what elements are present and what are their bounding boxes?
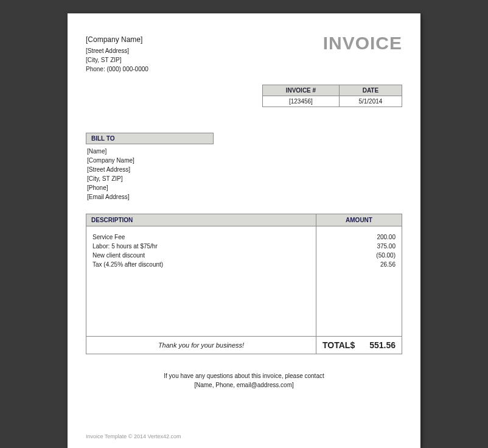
- date-value: 5/1/2014: [339, 96, 402, 107]
- items-table: DESCRIPTION AMOUNT Service Fee Labor: 5 …: [86, 214, 402, 354]
- item-amount: 200.00: [322, 233, 396, 242]
- billto-name: [Name]: [87, 147, 402, 156]
- total-amount: 551.56: [369, 340, 396, 350]
- meta-table: INVOICE # DATE [123456] 5/1/2014: [262, 85, 402, 107]
- item-desc: Service Fee: [92, 233, 310, 242]
- billto-city: [City, ST ZIP]: [87, 174, 402, 183]
- company-street: [Street Address]: [86, 46, 148, 55]
- table-row: Service Fee Labor: 5 hours at $75/hr New…: [86, 226, 402, 270]
- date-header: DATE: [339, 85, 402, 96]
- company-phone: Phone: (000) 000-0000: [86, 65, 148, 74]
- billto-street: [Street Address]: [87, 165, 402, 174]
- table-spacer: [86, 269, 402, 336]
- billto-lines: [Name] [Company Name] [Street Address] […: [86, 147, 402, 201]
- total-label: TOTAL: [322, 340, 350, 350]
- thanks-text: Thank you for your business!: [86, 336, 316, 354]
- company-block: [Company Name] [Street Address] [City, S…: [86, 34, 148, 74]
- amount-header: AMOUNT: [316, 214, 402, 226]
- company-name: [Company Name]: [86, 34, 148, 45]
- billto-header: BILL TO: [86, 133, 214, 144]
- header-row: [Company Name] [Street Address] [City, S…: [86, 34, 402, 74]
- invoice-title: INVOICE: [323, 34, 402, 74]
- total-currency: $: [350, 340, 355, 350]
- item-desc: Tax (4.25% after discount): [92, 260, 310, 269]
- footer-contact: If you have any questions about this inv…: [86, 371, 402, 390]
- copyright: Invoice Template © 2014 Vertex42.com: [86, 433, 181, 439]
- footer-line2: [Name, Phone, email@address.com]: [86, 380, 402, 390]
- company-city: [City, ST ZIP]: [86, 55, 148, 65]
- item-amount: (50.00): [322, 251, 396, 260]
- item-desc: New client discount: [92, 251, 310, 260]
- billto-email: [Email Address]: [87, 192, 402, 201]
- invoice-num-header: INVOICE #: [263, 85, 340, 96]
- billto-section: BILL TO [Name] [Company Name] [Street Ad…: [86, 133, 402, 201]
- desc-header: DESCRIPTION: [86, 214, 316, 226]
- billto-company: [Company Name]: [87, 156, 402, 165]
- item-amount: 375.00: [322, 242, 396, 251]
- invoice-page: [Company Name] [Street Address] [City, S…: [68, 13, 420, 448]
- invoice-num-value: [123456]: [263, 96, 340, 107]
- footer-line1: If you have any questions about this inv…: [86, 371, 402, 380]
- item-desc: Labor: 5 hours at $75/hr: [92, 242, 310, 251]
- billto-phone: [Phone]: [87, 183, 402, 192]
- item-amount: 26.56: [322, 260, 396, 269]
- total-row: Thank you for your business! TOTAL $551.…: [86, 336, 402, 354]
